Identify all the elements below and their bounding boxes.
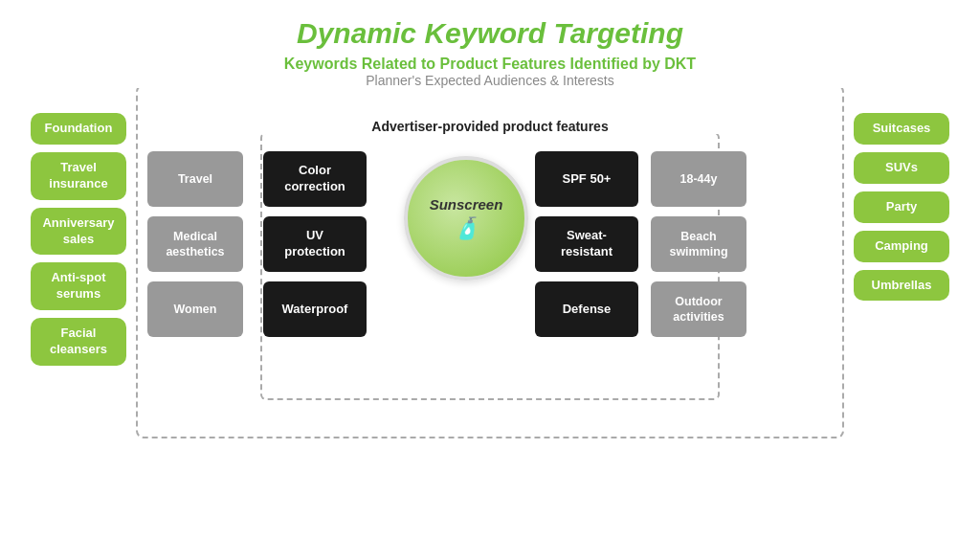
diagram: Planner's Expected Audiences & Interests…: [31, 84, 949, 467]
badge-camping: Camping: [854, 231, 949, 262]
badge-18-44y: 18-44y: [651, 151, 746, 207]
badge-foundation: Foundation: [31, 113, 126, 145]
badge-travel: Travel: [147, 151, 243, 207]
badge-spf50: SPF 50+: [535, 151, 638, 207]
right-green-column: Suitcases SUVs Party Camping Umbrellas: [854, 113, 949, 301]
left-green-column: Foundation Travelinsurance Anniversarysa…: [31, 113, 126, 366]
badge-medical-aesthetics: Medicalaesthetics: [147, 216, 243, 272]
badge-beach-swimming: Beachswimming: [651, 216, 746, 272]
badge-color-correction: Colorcorrection: [263, 151, 367, 207]
sunscreen-icon: 🧴: [454, 216, 479, 241]
badge-women: Women: [147, 281, 243, 337]
badge-travel-insurance: Travelinsurance: [31, 152, 126, 200]
second-column: Travel Medicalaesthetics Women: [147, 151, 243, 337]
badge-suitcases: Suitcases: [854, 113, 949, 145]
badge-defense: Defense: [535, 281, 638, 337]
badge-anti-spot-serums: Anti-spotserums: [31, 262, 126, 310]
badge-outdoor-activities: Outdooractivities: [651, 281, 746, 337]
badge-facial-cleansers: Facialcleansers: [31, 318, 126, 366]
sunscreen-circle: Sunscreen 🧴: [404, 156, 528, 281]
sunscreen-label: Sunscreen: [430, 196, 503, 213]
badge-party: Party: [854, 191, 949, 223]
planner-label: Planner's Expected Audiences & Interests: [136, 73, 844, 88]
badge-umbrellas: Umbrellas: [854, 270, 949, 302]
badge-waterproof: Waterproof: [263, 281, 367, 337]
inner-right-column: SPF 50+ Sweat-resistant Defense: [535, 151, 638, 337]
fifth-column: 18-44y Beachswimming Outdooractivities: [651, 151, 746, 337]
inner-left-column: Colorcorrection UVprotection Waterproof: [263, 151, 367, 337]
badge-sweat-resistant: Sweat-resistant: [535, 216, 638, 272]
main-title: Dynamic Keyword Targeting: [297, 17, 683, 50]
badge-suvs: SUVs: [854, 152, 949, 184]
page: Dynamic Keyword Targeting Keywords Relat…: [0, 0, 980, 539]
advertiser-label: Advertiser-provided product features: [260, 119, 720, 134]
badge-anniversary-sales: Anniversarysales: [31, 208, 126, 256]
subtitle: Keywords Related to Product Features Ide…: [284, 56, 696, 73]
badge-uv-protection: UVprotection: [263, 216, 367, 272]
